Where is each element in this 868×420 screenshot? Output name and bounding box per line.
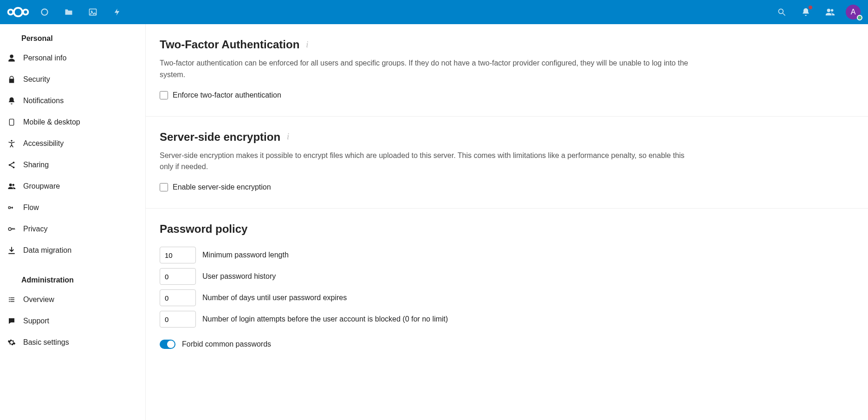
sidebar-header-administration: Administration	[0, 269, 145, 289]
sidebar-item-privacy[interactable]: Privacy	[0, 218, 145, 240]
svg-point-1	[8, 10, 13, 15]
list-icon	[6, 296, 17, 303]
svg-point-3	[41, 9, 47, 15]
sidebar-item-sharing[interactable]: Sharing	[0, 154, 145, 176]
avatar-initial: A	[851, 8, 856, 16]
sidebar-header-personal: Personal	[0, 28, 145, 47]
sidebar-item-overview[interactable]: Overview	[0, 289, 145, 310]
activity-app-icon[interactable]	[105, 0, 129, 24]
section-password-policy: Password policy Minimum password length …	[146, 209, 868, 366]
share-icon	[6, 161, 17, 169]
download-icon	[6, 246, 17, 255]
accessibility-icon	[6, 139, 17, 148]
settings-sidebar: Personal Personal info Security Notifica…	[0, 24, 146, 420]
enforce-2fa-label[interactable]: Enforce two-factor authentication	[173, 91, 281, 99]
enable-encryption-label[interactable]: Enable server-side encryption	[173, 183, 271, 191]
sidebar-item-label: Privacy	[23, 225, 47, 233]
sidebar-item-flow[interactable]: Flow	[0, 197, 145, 218]
info-icon[interactable]: i	[287, 132, 289, 142]
sidebar-item-label: Security	[23, 75, 50, 84]
chat-icon	[6, 317, 17, 325]
sidebar-item-groupware[interactable]: Groupware	[0, 176, 145, 197]
files-app-icon[interactable]	[57, 0, 81, 24]
min-password-length-label: Minimum password length	[202, 251, 289, 259]
password-policy-title-text: Password policy	[160, 223, 247, 236]
forbid-common-passwords-label: Forbid common passwords	[182, 340, 271, 348]
dashboard-app-icon[interactable]	[32, 0, 57, 24]
section-encryption: Server-side encryption i Server-side enc…	[146, 117, 868, 209]
bell-icon	[6, 97, 17, 105]
sidebar-item-label: Basic settings	[23, 338, 69, 347]
svg-point-0	[14, 8, 22, 16]
two-factor-title: Two-Factor Authentication i	[160, 38, 854, 51]
login-attempts-input[interactable]	[160, 311, 196, 328]
sidebar-item-basic-settings[interactable]: Basic settings	[0, 332, 145, 353]
password-expire-label: Number of days until user password expir…	[202, 294, 347, 302]
flow-icon	[6, 204, 17, 211]
svg-rect-8	[9, 119, 13, 125]
sidebar-item-label: Data migration	[23, 246, 71, 255]
password-expire-input[interactable]	[160, 289, 196, 306]
photos-app-icon[interactable]	[81, 0, 105, 24]
sidebar-item-label: Flow	[23, 203, 39, 212]
sidebar-item-accessibility[interactable]: Accessibility	[0, 133, 145, 154]
sidebar-item-label: Overview	[23, 295, 54, 304]
password-policy-title: Password policy	[160, 223, 854, 236]
two-factor-title-text: Two-Factor Authentication	[160, 38, 299, 51]
contacts-icon[interactable]	[818, 0, 842, 24]
gear-icon	[6, 338, 17, 347]
svg-point-9	[11, 140, 12, 141]
two-factor-description: Two-factor authentication can be enforce…	[160, 58, 689, 81]
encryption-title-text: Server-side encryption	[160, 131, 280, 144]
app-logo[interactable]	[4, 6, 32, 18]
sidebar-item-security[interactable]: Security	[0, 69, 145, 90]
forbid-common-passwords-toggle[interactable]	[160, 340, 175, 349]
phone-icon	[6, 118, 17, 127]
encryption-description: Server-side encryption makes it possible…	[160, 150, 689, 173]
login-attempts-label: Number of login attempts before the user…	[202, 315, 448, 323]
svg-point-6	[778, 9, 783, 13]
sidebar-item-label: Accessibility	[23, 139, 64, 148]
svg-point-14	[8, 228, 11, 230]
search-icon[interactable]	[770, 0, 794, 24]
sidebar-item-label: Groupware	[23, 182, 60, 190]
sidebar-item-mobile-desktop[interactable]: Mobile & desktop	[0, 112, 145, 133]
svg-point-2	[23, 10, 28, 15]
svg-line-7	[783, 13, 785, 16]
sidebar-item-label: Sharing	[23, 161, 49, 169]
top-bar: A	[0, 0, 868, 24]
sidebar-item-support[interactable]: Support	[0, 310, 145, 332]
encryption-title: Server-side encryption i	[160, 131, 854, 144]
section-two-factor: Two-Factor Authentication i Two-factor a…	[146, 24, 868, 117]
user-avatar[interactable]: A	[846, 5, 861, 20]
password-history-input[interactable]	[160, 268, 196, 285]
sidebar-item-personal-info[interactable]: Personal info	[0, 47, 145, 69]
lock-icon	[6, 75, 17, 84]
min-password-length-input[interactable]	[160, 247, 196, 263]
sidebar-item-notifications[interactable]: Notifications	[0, 90, 145, 112]
user-icon	[6, 54, 17, 62]
status-online-icon	[857, 15, 862, 20]
group-icon	[6, 182, 17, 190]
notifications-icon[interactable]	[794, 0, 818, 24]
sidebar-item-label: Notifications	[23, 97, 64, 105]
sidebar-item-label: Mobile & desktop	[23, 118, 80, 126]
enforce-2fa-checkbox[interactable]	[160, 91, 168, 99]
notification-badge	[809, 6, 812, 9]
info-icon[interactable]: i	[306, 40, 308, 50]
sidebar-item-label: Support	[23, 317, 49, 325]
sidebar-item-data-migration[interactable]: Data migration	[0, 240, 145, 261]
main-content: Two-Factor Authentication i Two-factor a…	[146, 24, 868, 420]
key-icon	[6, 225, 17, 233]
password-history-label: User password history	[202, 272, 276, 281]
enable-encryption-checkbox[interactable]	[160, 183, 168, 191]
sidebar-item-label: Personal info	[23, 54, 66, 62]
toggle-knob	[167, 341, 175, 348]
svg-rect-13	[8, 207, 10, 209]
